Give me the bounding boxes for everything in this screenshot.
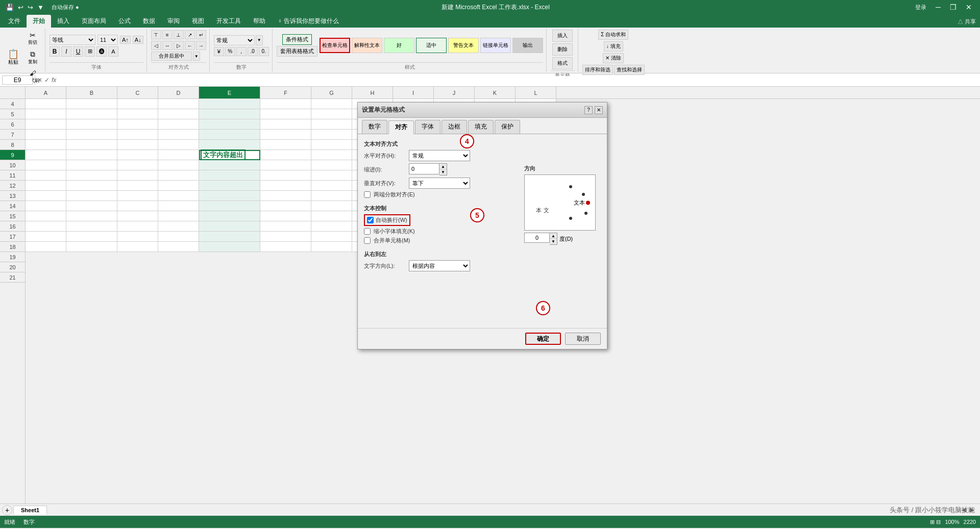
cell-G4[interactable] [311,99,352,109]
cut-button[interactable]: ✂剪切 [23,30,42,47]
col-header-F[interactable]: F [260,87,311,98]
row-header-12[interactable]: 12 [0,181,25,191]
dialog-tab-number[interactable]: 数字 [362,120,387,134]
bold-button[interactable]: B [50,46,60,57]
col-header-D[interactable]: D [158,87,199,98]
cell-F4[interactable] [260,99,311,109]
col-header-K[interactable]: K [475,87,516,98]
find-select-button[interactable]: 查找和选择 [614,65,645,75]
row-header-8[interactable]: 8 [0,140,25,150]
qa-save[interactable]: 💾 [4,3,15,12]
row-header-9[interactable]: 9 [0,150,25,160]
confirm-formula-icon[interactable]: ✓ [44,77,50,84]
align-left-button[interactable]: ◁ [151,41,161,50]
italic-button[interactable]: I [61,46,71,57]
close-button[interactable]: ✕ [962,2,976,12]
col-header-A[interactable]: A [26,87,66,98]
col-header-E[interactable]: E [199,87,260,98]
indent-input[interactable] [409,163,439,174]
cell-E9[interactable]: 文字内容超出 [199,150,260,160]
dot-bottom[interactable] [569,217,572,220]
qa-redo[interactable]: ↪ [26,3,35,12]
cell-D4[interactable] [158,99,199,109]
tab-search[interactable]: ♀ 告诉我你想要做什么 [272,15,345,28]
degree-up[interactable]: ▲ [550,233,557,239]
indent-up[interactable]: ▲ [439,164,447,169]
row-header-4[interactable]: 4 [0,99,25,109]
align-right-button[interactable]: ▷ [174,41,184,50]
dialog-tab-border[interactable]: 边框 [442,120,467,134]
fill-button[interactable]: ↓ 填充 [604,41,623,52]
col-header-I[interactable]: I [393,87,434,98]
row-header-10[interactable]: 10 [0,160,25,170]
col-header-L[interactable]: L [516,87,556,98]
qa-undo[interactable]: ↩ [16,3,25,12]
merge-checkbox[interactable] [364,237,371,244]
increase-decimal-button[interactable]: 0. [259,47,269,56]
insert-button[interactable]: 插入 [552,30,573,42]
decrease-indent-button[interactable]: ← [185,41,195,50]
decrease-decimal-button[interactable]: .0 [248,47,258,56]
medium-style[interactable]: 适中 [416,38,447,53]
qa-more[interactable]: ▼ [36,3,45,12]
degree-input[interactable] [524,233,550,243]
number-format-select[interactable]: 常规 [214,35,255,45]
tab-home[interactable]: 开始 [27,15,51,28]
degree-down[interactable]: ▼ [550,239,557,244]
check-cell-style[interactable]: 检查单元格 [320,38,350,53]
cell-C4[interactable] [117,99,158,109]
underline-button[interactable]: U [73,46,83,57]
row-header-20[interactable]: 20 [0,262,25,272]
distributed-checkbox[interactable] [364,191,371,198]
paste-button[interactable]: 📋 粘贴 [5,48,21,67]
cancel-formula-icon[interactable]: ✕ [37,77,42,84]
conditional-format-button[interactable]: 条件格式 [282,34,312,45]
dot-bottom-right[interactable] [584,212,587,215]
share-button[interactable]: △ 共享 [953,16,980,28]
indent-down[interactable]: ▼ [439,169,447,175]
row-header-6[interactable]: 6 [0,119,25,130]
tab-data[interactable]: 数据 [137,15,161,28]
row-header-5[interactable]: 5 [0,109,25,119]
row-header-11[interactable]: 11 [0,170,25,181]
dialog-tab-fill[interactable]: 填充 [468,120,494,134]
dot-top[interactable] [569,185,572,188]
good-style[interactable]: 好 [384,38,414,53]
align-center-button[interactable]: ↔ [162,41,173,50]
increase-indent-button[interactable]: → [196,41,206,50]
tab-developer[interactable]: 开发工具 [210,15,247,28]
col-header-H[interactable]: H [352,87,393,98]
tab-pagelayout[interactable]: 页面布局 [76,15,112,28]
wrap-text-button[interactable]: ↵ [196,30,206,39]
scroll-left[interactable]: ◀ [962,507,966,513]
active-dot[interactable] [586,200,590,205]
ok-button[interactable]: 确定 [525,333,561,345]
formula-input[interactable]: 文字内容超出了表格宽度，怎样换行？ [58,76,978,84]
font-color-button[interactable]: A [108,46,118,57]
delete-button[interactable]: 删除 [552,43,573,56]
row-header-19[interactable]: 19 [0,252,25,262]
format-button[interactable]: 格式 [552,57,573,69]
dialog-tab-font[interactable]: 字体 [415,120,440,134]
sort-filter-button[interactable]: 排序和筛选 [582,65,613,75]
text-angle-button[interactable]: ↗ [185,30,195,39]
format-as-table-button[interactable]: 套用表格格式 [277,46,317,57]
font-grow-button[interactable]: A↑ [120,36,131,44]
tab-view[interactable]: 视图 [186,15,210,28]
explain-style[interactable]: 解释性文本 [352,38,382,53]
font-family-select[interactable]: 等线 [50,35,95,45]
row-header-15[interactable]: 15 [0,211,25,221]
tab-insert[interactable]: 插入 [51,15,76,28]
row-header-17[interactable]: 17 [0,232,25,242]
number-format-dropdown[interactable]: ▼ [256,35,263,45]
col-header-C[interactable]: C [117,87,158,98]
wrap-text-checkbox[interactable] [367,217,374,223]
fill-color-button[interactable]: 🅐 [96,46,107,57]
border-button[interactable]: ⊞ [85,46,95,57]
tab-review[interactable]: 审阅 [161,15,186,28]
shrink-checkbox[interactable] [364,228,371,235]
align-bottom-button[interactable]: ⊥ [174,30,184,39]
cell-E4[interactable] [199,99,260,109]
currency-button[interactable]: ¥ [214,47,224,56]
warning-style[interactable]: 警告文本 [448,38,479,53]
